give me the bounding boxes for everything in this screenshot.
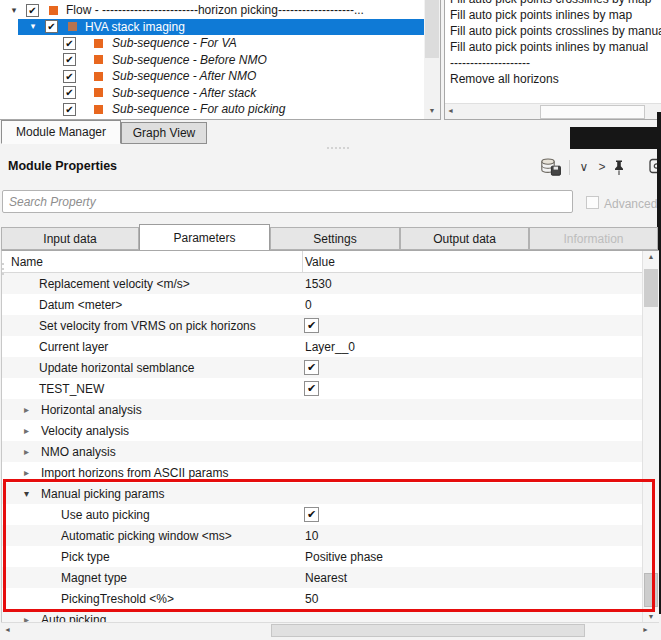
tree-scroll-down-icon[interactable]: ▼	[424, 103, 440, 118]
flow-tree-row[interactable]: ▾✔HVA stack imaging	[0, 19, 424, 36]
clipped-row-wrapper: Fill auto pick points crosslines by map	[445, 0, 661, 7]
property-row[interactable]: Current layerLayer__0	[2, 336, 643, 357]
menu-item[interactable]: Fill auto pick points crosslines by manu…	[445, 23, 661, 39]
tab-settings[interactable]: Settings	[270, 227, 400, 250]
property-name: Manual picking params	[41, 487, 164, 501]
property-row[interactable]: ▸Horizontal analysis	[2, 399, 643, 420]
property-name: Auto picking	[41, 613, 106, 623]
value-checkbox[interactable]: ✔	[304, 507, 319, 522]
tab-information[interactable]: Information	[529, 227, 658, 250]
tree-vertical-scrollbar[interactable]: ▼	[424, 0, 440, 119]
module-color-icon	[94, 72, 103, 81]
flow-tree-row[interactable]: ✔Sub-sequence - Before NMO	[0, 52, 424, 69]
table-scrollbar-thumb[interactable]	[644, 269, 658, 307]
module-properties-title: Module Properties	[8, 159, 117, 173]
group-expander-icon[interactable]: ▸	[24, 447, 35, 457]
property-row[interactable]: Datum <meter>0	[2, 294, 643, 315]
property-name-cell: Replacement velocity <m/s>	[2, 277, 302, 291]
tree-item-label: Sub-sequence - For auto picking	[112, 102, 285, 116]
pin-icon[interactable]	[611, 159, 627, 176]
tab-graph-view[interactable]: Graph View	[121, 122, 207, 144]
property-row[interactable]: Replacement velocity <m/s>1530	[2, 273, 643, 294]
value-checkbox[interactable]: ✔	[304, 318, 319, 333]
flow-tree-row[interactable]: ✔Sub-sequence - For auto picking	[0, 101, 424, 118]
value-checkbox[interactable]: ✔	[304, 381, 319, 396]
menu-item[interactable]: Remove all horizons	[445, 71, 661, 87]
property-row[interactable]: Update horizontal semblance✔	[2, 357, 643, 378]
property-row[interactable]: ▸NMO analysis	[2, 441, 643, 462]
flow-tree-row[interactable]: ▾✔Flow - ------------------------horizon…	[0, 2, 424, 19]
tab-module-manager[interactable]: Module Manager	[1, 120, 121, 144]
tree-checkbox[interactable]: ✔	[63, 103, 76, 116]
menu-item[interactable]: Fill auto pick points crosslines by map	[445, 0, 661, 7]
menu-horizontal-scrollbar[interactable]: ◄	[445, 103, 661, 119]
table-vertical-scrollbar[interactable]: ▲ ▼	[642, 251, 659, 622]
table-horizontal-scrollbar[interactable]: ◄ ►	[1, 622, 659, 638]
splitter-grip-icon	[1, 263, 4, 275]
tree-expander-icon[interactable]: ▾	[27, 22, 39, 31]
menu-item[interactable]: --------------------	[445, 55, 661, 71]
tree-checkbox[interactable]: ✔	[63, 53, 76, 66]
scroll-right-icon[interactable]: ►	[642, 626, 649, 633]
flow-tree-row[interactable]: ✔Sub-sequence - After stack	[0, 85, 424, 102]
property-row[interactable]: PickingTreshold <%>50	[2, 588, 643, 609]
property-value-cell: ✔	[302, 507, 643, 522]
property-row[interactable]: ▸Import horizons from ASCII params	[2, 462, 643, 483]
tab-parameters[interactable]: Parameters	[139, 224, 270, 250]
property-row[interactable]: Automatic picking window <ms>10	[2, 525, 643, 546]
splitter-handle[interactable]	[327, 147, 349, 149]
property-row[interactable]: Use auto picking✔	[2, 504, 643, 525]
property-name: Velocity analysis	[41, 424, 129, 438]
tree-checkbox[interactable]: ✔	[63, 70, 76, 83]
property-row[interactable]: Magnet typeNearest	[2, 567, 643, 588]
group-expander-icon[interactable]: ▸	[24, 405, 35, 415]
menu-scroll-left-icon[interactable]: ◄	[447, 107, 454, 114]
menu-item[interactable]: Fill auto pick points inlines by manual	[445, 39, 661, 55]
table-hscrollbar-thumb[interactable]	[271, 624, 585, 637]
group-expander-icon[interactable]: ▾	[24, 489, 35, 499]
tree-checkbox[interactable]: ✔	[63, 37, 76, 50]
property-row[interactable]: ▸Velocity analysis	[2, 420, 643, 441]
advanced-checkbox[interactable]	[586, 196, 599, 209]
property-name: Automatic picking window <ms>	[61, 529, 232, 543]
group-expander-icon[interactable]: ▸	[24, 468, 35, 478]
search-input[interactable]	[2, 190, 573, 213]
scroll-left-icon[interactable]: ◄	[4, 626, 11, 633]
property-row[interactable]: ▾Manual picking params	[2, 483, 643, 504]
table-scrollbar-lower-thumb[interactable]	[644, 573, 658, 607]
chevron-right-icon[interactable]: >	[593, 160, 611, 174]
property-name: TEST_NEW	[39, 382, 104, 396]
horizon-menu-pane: Fill auto pick points crosslines by mapF…	[444, 0, 661, 120]
group-expander-icon[interactable]: ▸	[24, 615, 35, 623]
column-header-value: Value	[302, 251, 643, 272]
menu-item[interactable]: Fill auto pick points inlines by map	[445, 7, 661, 23]
tree-checkbox[interactable]: ✔	[63, 86, 76, 99]
property-value-cell: Nearest	[302, 571, 643, 585]
tree-scrollbar-thumb[interactable]	[425, 0, 439, 58]
property-name: Pick type	[61, 550, 110, 564]
value-checkbox[interactable]: ✔	[304, 360, 319, 375]
property-row[interactable]: TEST_NEW✔	[2, 378, 643, 399]
scroll-up-icon[interactable]: ▲	[643, 253, 659, 260]
property-name-cell: Current layer	[2, 340, 302, 354]
tree-checkbox[interactable]: ✔	[45, 20, 58, 33]
flow-tree-row[interactable]: ✔Sub-sequence - For VA	[0, 35, 424, 52]
tree-item-label: Sub-sequence - For VA	[112, 36, 237, 50]
database-save-icon[interactable]	[540, 158, 562, 176]
tree-item-label: Sub-sequence - Before NMO	[112, 53, 267, 67]
scroll-down-icon[interactable]: ▼	[643, 613, 659, 620]
property-row[interactable]: ▸Auto picking	[2, 609, 643, 622]
property-row[interactable]: Pick typePositive phase	[2, 546, 643, 567]
property-value-cell: Layer__0	[302, 340, 643, 354]
tab-input-data[interactable]: Input data	[1, 227, 139, 250]
column-header-name: Name	[2, 255, 302, 269]
tree-expander-icon[interactable]: ▾	[8, 6, 20, 15]
group-expander-icon[interactable]: ▸	[24, 426, 35, 436]
property-row[interactable]: Set velocity from VRMS on pick horizons✔	[2, 315, 643, 336]
tree-checkbox[interactable]: ✔	[26, 4, 39, 17]
chevron-down-icon[interactable]: ∨	[575, 160, 593, 174]
menu-scrollbar-thumb[interactable]	[540, 105, 645, 119]
view-tab-strip: Module ManagerGraph View	[1, 120, 207, 144]
tab-output-data[interactable]: Output data	[400, 227, 529, 250]
flow-tree-row[interactable]: ✔Sub-sequence - After NMO	[0, 68, 424, 85]
